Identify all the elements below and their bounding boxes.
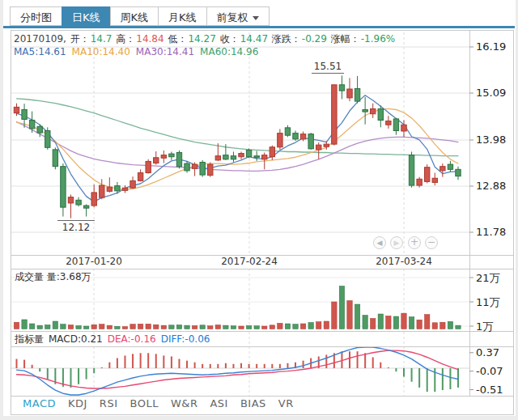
candle-body — [417, 179, 422, 185]
date-axis-label: 2017-02-24 — [213, 256, 286, 267]
indicator-tab-RSI[interactable]: RSI — [100, 397, 118, 409]
volume-bar — [100, 325, 104, 329]
volume-bar — [254, 326, 259, 329]
candle-body — [146, 161, 151, 172]
volume-axis-label: 1万 — [476, 320, 493, 334]
candle-body — [107, 187, 112, 191]
candle-body — [378, 108, 383, 120]
volume-bar — [223, 325, 228, 329]
candle-body — [37, 126, 42, 133]
ohlc-field-value: 14.27 — [188, 33, 215, 45]
tab-周K线[interactable]: 周K线 — [110, 6, 159, 26]
tab-分时图[interactable]: 分时图 — [10, 6, 62, 26]
volume-bar — [29, 324, 34, 329]
volume-bar — [293, 325, 298, 329]
zoom-in-button[interactable]: + — [408, 236, 421, 249]
volume-bar — [425, 315, 430, 329]
tab-日K线[interactable]: 日K线 — [62, 6, 110, 26]
price-axis-label: 11.78 — [476, 226, 506, 238]
kline-chart-canvas[interactable] — [0, 0, 518, 420]
pan-left-button[interactable]: ◀ — [373, 236, 386, 249]
candle-body — [339, 85, 344, 91]
candle-body — [285, 128, 290, 135]
price-axis-label: 15.09 — [476, 87, 506, 99]
volume-bar — [355, 304, 359, 329]
macd-value-label: 指标量 — [15, 333, 44, 345]
volume-bar — [300, 324, 305, 329]
volume-bar — [386, 316, 391, 329]
ohlc-field-value: 14.7 — [91, 33, 113, 45]
candle-body — [300, 134, 305, 139]
candle-body — [355, 88, 359, 101]
macd-value-label: MACD:0.21 — [49, 333, 103, 345]
ohlc-field-value: -0.29 — [302, 33, 327, 45]
candle-body — [169, 154, 174, 157]
indicator-tab-BIAS[interactable]: BIAS — [240, 397, 266, 409]
volume-bar — [347, 301, 352, 329]
pan-left-icon: ◀ — [377, 239, 383, 247]
candle-body — [262, 155, 267, 159]
indicator-tab-ASI[interactable]: ASI — [210, 397, 227, 409]
candle-body — [161, 155, 166, 159]
candle-body — [270, 147, 274, 157]
candle-body — [254, 156, 259, 158]
candle-body — [456, 169, 461, 176]
ma-label: MA10:14.40 — [72, 46, 130, 57]
ohlc-field-label: 涨幅： — [328, 33, 360, 45]
volume-bar — [393, 316, 398, 329]
ma60-line — [17, 99, 458, 156]
volume-bar — [200, 325, 205, 329]
volume-axis-label: 11万 — [476, 295, 500, 310]
ohlc-field-value: -1.96% — [361, 33, 395, 45]
indicator-tab-VR[interactable]: VR — [278, 397, 294, 409]
volume-bar — [332, 302, 337, 329]
candle-body — [61, 167, 66, 207]
candle-body — [100, 185, 104, 197]
date-value: 20170109, — [14, 33, 66, 45]
volume-bar — [115, 326, 120, 329]
dea-line — [17, 350, 458, 388]
volume-bar — [107, 325, 112, 329]
candle-body — [347, 89, 352, 98]
indicator-tab-W&R[interactable]: W&R — [171, 397, 198, 409]
volume-bar — [122, 327, 127, 329]
volume-bar — [37, 325, 42, 329]
zoom-out-button[interactable]: − — [425, 236, 438, 249]
date-axis-label: 2017-03-24 — [367, 256, 440, 267]
indicator-tab-MACD[interactable]: MACD — [23, 397, 56, 409]
volume-bar — [130, 325, 135, 329]
ohlc-field-value: 14.84 — [136, 33, 163, 45]
volume-bar — [68, 325, 73, 329]
candle-body — [440, 167, 445, 171]
indicator-tab-KDJ[interactable]: KDJ — [68, 397, 87, 409]
candle-body — [138, 172, 142, 180]
volume-bar — [409, 317, 414, 329]
ohlc-field-label: 低： — [165, 33, 188, 45]
low-annotation: 12.12 — [57, 220, 95, 233]
high-annotation: 15.51 — [312, 61, 344, 74]
tab-前复权[interactable]: 前复权 — [206, 6, 270, 26]
candle-body — [22, 109, 27, 119]
dropdown-caret-icon — [253, 16, 259, 20]
volume-bar — [208, 326, 213, 329]
price-axis-label: 13.98 — [476, 134, 506, 146]
pan-right-button[interactable]: ▶ — [390, 236, 403, 249]
volume-bar — [239, 326, 244, 329]
candle-body — [239, 154, 244, 157]
volume-pane-title: 成交量 量:3.68万 — [15, 270, 91, 284]
candle-body — [308, 134, 313, 149]
ma-label: MA60:14.96 — [200, 46, 258, 57]
volume-bar — [83, 326, 88, 329]
indicator-tab-BOLL[interactable]: BOLL — [130, 397, 158, 409]
volume-bar — [316, 322, 321, 329]
volume-bar — [401, 313, 406, 329]
candle-body — [293, 134, 298, 139]
candle-body — [192, 164, 197, 168]
volume-bar — [138, 324, 142, 329]
tab-月K线[interactable]: 月K线 — [158, 6, 206, 26]
volume-bar — [76, 325, 81, 329]
volume-bar — [456, 325, 461, 329]
ohlc-field-label: 高： — [113, 33, 135, 45]
volume-bar — [61, 325, 66, 329]
volume-bar — [448, 321, 452, 329]
